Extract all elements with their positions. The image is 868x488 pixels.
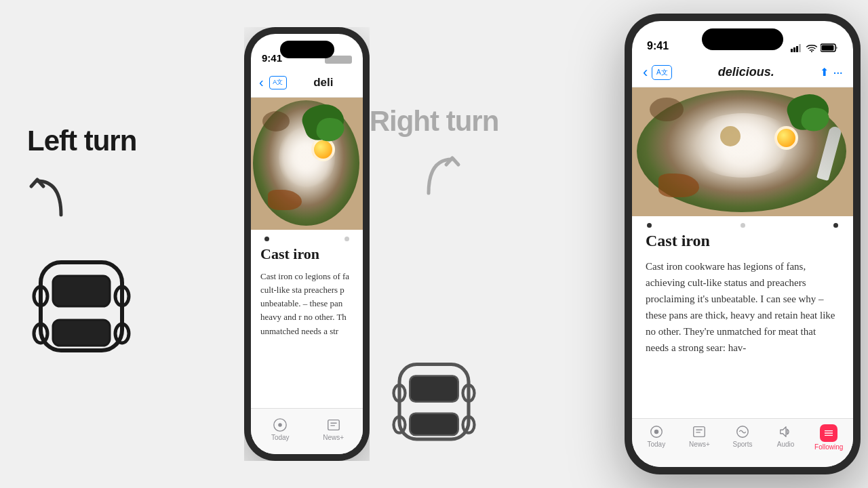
- tab-today-label-left: Today: [271, 434, 290, 441]
- back-button-right[interactable]: ‹: [643, 65, 648, 80]
- tab-newsplus-label-right: News+: [689, 441, 710, 448]
- share-button-right[interactable]: ⬆: [820, 66, 829, 79]
- middle-section: Right turn 9:41 ‹: [251, 0, 617, 488]
- tab-today-right[interactable]: Today: [635, 424, 678, 448]
- article-dots-left: [251, 230, 363, 245]
- right-arrow-icon: [415, 146, 462, 200]
- tab-newsplus-right[interactable]: News+: [678, 424, 722, 448]
- left-phone-mockup: 9:41 ‹ A文 deli: [244, 27, 370, 461]
- tab-sports-label-right: Sports: [733, 441, 753, 448]
- translate-button-left[interactable]: A文: [269, 76, 287, 89]
- nav-bar-right: ‹ A文 delicious. ⬆ ···: [632, 58, 853, 87]
- svg-rect-1: [53, 276, 110, 306]
- food-image-left: [251, 98, 363, 230]
- tab-following-label-right: Following: [814, 443, 843, 451]
- article-body-left: Cast iron co legions of fa cult-like sta…: [260, 270, 353, 338]
- more-button-right[interactable]: ···: [833, 64, 842, 80]
- svg-rect-2: [53, 320, 110, 346]
- dynamic-island-left: [280, 41, 334, 58]
- svg-rect-18: [791, 49, 793, 52]
- left-turn-section: Left turn: [0, 0, 251, 488]
- tab-audio-label-right: Audio: [777, 441, 795, 448]
- right-turn-label: Right turn: [370, 105, 499, 138]
- nav-title-left: deli: [292, 76, 355, 89]
- status-time-left: 9:41: [262, 52, 282, 64]
- nav-bar-left: ‹ A文 deli: [251, 68, 363, 98]
- tab-bar-right: Today News+ Sports Audio: [632, 418, 853, 467]
- svg-rect-24: [822, 45, 834, 51]
- tab-newsplus-label-left: News+: [323, 434, 344, 441]
- svg-rect-21: [799, 44, 801, 52]
- back-button-left[interactable]: ‹: [259, 75, 264, 90]
- tab-following-right[interactable]: Following: [807, 424, 850, 451]
- translate-button-right[interactable]: A文: [652, 65, 672, 80]
- article-title-right: Cast iron: [646, 232, 840, 250]
- svg-point-22: [811, 51, 812, 52]
- status-time-right: 9:41: [647, 40, 669, 52]
- svg-point-26: [654, 430, 658, 434]
- svg-rect-9: [410, 413, 458, 435]
- article-dots-right: [632, 216, 853, 232]
- svg-rect-20: [796, 46, 798, 52]
- article-title-left: Cast iron: [260, 245, 353, 263]
- nav-title-right: delicious.: [676, 65, 816, 79]
- left-car-icon: [27, 228, 136, 364]
- middle-car-icon: [387, 336, 481, 451]
- svg-rect-27: [694, 427, 705, 437]
- svg-rect-8: [410, 376, 458, 402]
- left-turn-label: Left turn: [27, 125, 136, 157]
- tab-bar-left: Today News+: [251, 408, 363, 454]
- left-arrow-icon: [27, 167, 75, 222]
- dynamic-island-right: [702, 28, 783, 50]
- svg-point-14: [279, 423, 283, 427]
- svg-rect-19: [793, 47, 795, 52]
- right-phone-mockup: 9:41 ‹ A文 delicious. ⬆ ···: [625, 14, 861, 474]
- tab-today-label-right: Today: [647, 441, 665, 448]
- svg-rect-15: [328, 420, 340, 430]
- tab-newsplus-left[interactable]: News+: [307, 418, 361, 441]
- article-body-right: Cast iron cookware has legions of fans, …: [646, 258, 840, 356]
- tab-today-left[interactable]: Today: [254, 418, 307, 441]
- tab-audio-right[interactable]: Audio: [764, 424, 808, 448]
- food-image-right: [632, 87, 853, 216]
- tab-sports-right[interactable]: Sports: [721, 424, 764, 448]
- right-section: 9:41 ‹ A文 delicious. ⬆ ···: [617, 0, 868, 488]
